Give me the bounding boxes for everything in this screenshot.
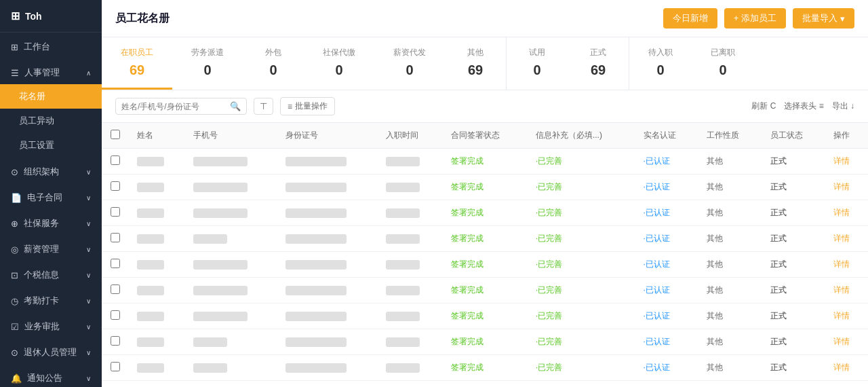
row-select-checkbox[interactable] xyxy=(111,233,120,242)
row-select-checkbox[interactable] xyxy=(111,155,120,165)
row-action: 详情 xyxy=(825,303,868,329)
row-info: ·已完善 xyxy=(528,252,635,278)
row-cert: ·已认证 xyxy=(635,252,699,278)
row-status: 正式 xyxy=(762,252,826,278)
row-cert: ·已认证 xyxy=(635,226,699,252)
sidebar-item-salary[interactable]: ◎ 薪资管理 ∨ xyxy=(0,235,102,261)
approval-label: 业务审批 xyxy=(24,320,60,333)
row-select-checkbox[interactable] xyxy=(111,336,120,346)
row-action: 详情 xyxy=(825,200,868,226)
export-button[interactable]: 导出 ↓ xyxy=(832,100,854,112)
stats-group-3: 待入职 0 已离职 0 xyxy=(629,37,754,90)
stat-other-label: 其他 xyxy=(464,47,487,58)
stats-group-2: 试用 0 正式 69 xyxy=(507,37,629,90)
sidebar-item-workbench[interactable]: ⊞ 工作台 xyxy=(0,33,102,58)
filter-icon: ⊤ xyxy=(260,101,267,111)
row-select-checkbox[interactable] xyxy=(111,362,120,371)
batch-operation-button[interactable]: ≡ 批量操作 xyxy=(280,97,335,115)
import-arrow-icon: ▾ xyxy=(840,14,845,24)
table-body: 签署完成 ·已完善 ·已认证 其他 正式 详情 签署完成 ·已完善 ·已认证 其… xyxy=(102,149,868,388)
col-action: 操作 xyxy=(825,123,868,149)
search-icon[interactable]: 🔍 xyxy=(230,101,241,111)
search-input[interactable] xyxy=(121,102,230,111)
filter-button[interactable]: ⊤ xyxy=(254,98,273,115)
sidebar-item-approval[interactable]: ☑ 业务审批 ∨ xyxy=(0,312,102,338)
row-action: 详情 xyxy=(825,174,868,200)
detail-link[interactable]: 详情 xyxy=(833,311,850,320)
col-contract: 合同签署状态 xyxy=(443,123,528,149)
sidebar-item-tax[interactable]: ⊡ 个税信息 ∨ xyxy=(0,261,102,287)
row-status: 正式 xyxy=(762,226,826,252)
attendance-icon: ◷ xyxy=(11,296,18,306)
today-new-button[interactable]: 今日新增 xyxy=(663,8,717,29)
row-work-type: 其他 xyxy=(698,226,762,252)
row-contract: 签署完成 xyxy=(443,355,528,381)
row-status: 正式 xyxy=(762,278,826,303)
table-toolbar: 🔍 ⊤ ≡ 批量操作 刷新 C 选择表头 ≡ 导出 ↓ xyxy=(102,90,868,123)
row-checkbox xyxy=(102,200,129,226)
stat-salary-pay[interactable]: 薪资代发 0 xyxy=(374,37,445,90)
row-select-checkbox[interactable] xyxy=(111,181,120,191)
sidebar-item-social[interactable]: ⊕ 社保服务 ∨ xyxy=(0,209,102,235)
row-status: 正式 xyxy=(762,174,826,200)
org-icon: ⊙ xyxy=(11,167,18,177)
sidebar-item-roster[interactable]: 花名册 xyxy=(0,84,102,109)
approval-icon: ☑ xyxy=(11,322,19,332)
stat-formal[interactable]: 正式 69 xyxy=(568,37,629,90)
detail-link[interactable]: 详情 xyxy=(833,363,850,372)
columns-button[interactable]: 选择表头 ≡ xyxy=(784,100,823,112)
sidebar-item-settings[interactable]: 员工设置 xyxy=(0,133,102,158)
stat-social-security[interactable]: 社保代缴 0 xyxy=(304,37,374,90)
sidebar-item-attendance[interactable]: ◷ 考勤打卡 ∨ xyxy=(0,287,102,312)
detail-link[interactable]: 详情 xyxy=(833,259,850,269)
search-wrap: 🔍 xyxy=(115,98,247,115)
row-select-checkbox[interactable] xyxy=(111,284,120,294)
sidebar-item-transfer[interactable]: 员工异动 xyxy=(0,109,102,133)
row-checkbox xyxy=(102,174,129,200)
batch-import-button[interactable]: 批量导入 ▾ xyxy=(793,8,854,29)
detail-link[interactable]: 详情 xyxy=(833,234,850,243)
sidebar-item-org[interactable]: ⊙ 组织架构 ∨ xyxy=(0,158,102,183)
social-icon: ⊕ xyxy=(11,219,18,229)
detail-link[interactable]: 详情 xyxy=(833,156,850,166)
add-employee-button[interactable]: + 添加员工 xyxy=(724,8,786,29)
row-select-checkbox[interactable] xyxy=(111,259,120,268)
sidebar: ⊞ Toh ⊞ 工作台 ☰ 人事管理 ∧ 花名册 员工异动 员工设置 ⊙ 组织架… xyxy=(0,0,102,387)
row-checkbox xyxy=(102,355,129,381)
select-all-checkbox[interactable] xyxy=(111,130,120,139)
detail-link[interactable]: 详情 xyxy=(833,208,850,217)
sidebar-item-retired[interactable]: ⊙ 退休人员管理 ∨ xyxy=(0,338,102,364)
sidebar-item-hr[interactable]: ☰ 人事管理 ∧ xyxy=(0,58,102,84)
row-cert: ·已认证 xyxy=(635,174,699,200)
refresh-button[interactable]: 刷新 C xyxy=(751,100,776,112)
detail-link[interactable]: 详情 xyxy=(833,182,850,191)
stat-resigned[interactable]: 已离职 0 xyxy=(692,37,754,90)
employee-table-wrap: 姓名 手机号 身份证号 入职时间 合同签署状态 信息补充（必填...) 实名认证… xyxy=(102,123,868,387)
sidebar-item-notice[interactable]: 🔔 通知公告 ∨ xyxy=(0,364,102,387)
row-info: ·已完善 xyxy=(528,226,635,252)
row-action: 详情 xyxy=(825,381,868,388)
row-action: 详情 xyxy=(825,226,868,252)
row-phone xyxy=(185,200,277,226)
stat-probation[interactable]: 试用 0 xyxy=(507,37,568,90)
row-status: 正式 xyxy=(762,303,826,329)
stat-other[interactable]: 其他 69 xyxy=(445,37,506,90)
row-select-checkbox[interactable] xyxy=(111,207,120,217)
notice-icon: 🔔 xyxy=(11,373,22,384)
stat-active-employees[interactable]: 在职员工 69 xyxy=(102,37,172,90)
main-content: 员工花名册 今日新增 + 添加员工 批量导入 ▾ 在职员工 69 劳务派遣 0 … xyxy=(102,0,868,387)
row-select-checkbox[interactable] xyxy=(111,310,120,320)
detail-link[interactable]: 详情 xyxy=(833,337,850,346)
table-row: 签署完成 ·已完善 ·已认证 其他 正式 详情 xyxy=(102,200,868,226)
detail-link[interactable]: 详情 xyxy=(833,285,850,295)
stat-resigned-label: 已离职 xyxy=(711,47,735,58)
col-info: 信息补充（必填...) xyxy=(528,123,635,149)
sidebar-item-contract[interactable]: 📄 电子合同 ∨ xyxy=(0,183,102,209)
stat-other-value: 69 xyxy=(464,62,487,78)
stat-dispatch[interactable]: 劳务派遣 0 xyxy=(172,37,243,90)
col-cert: 实名认证 xyxy=(635,123,699,149)
row-id-card xyxy=(277,278,378,303)
row-id-card xyxy=(277,355,378,381)
stat-outsource[interactable]: 外包 0 xyxy=(243,37,304,90)
stat-pending[interactable]: 待入职 0 xyxy=(629,37,692,90)
